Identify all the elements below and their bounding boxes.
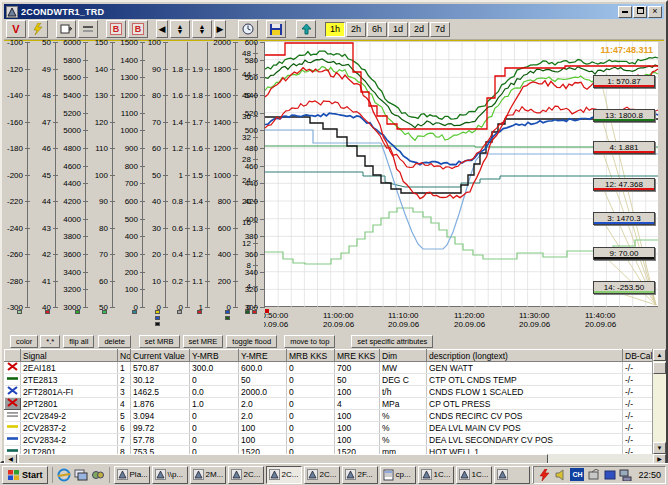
minimize-button[interactable] [618,6,632,18]
ie-icon[interactable] [57,468,71,482]
table-cell[interactable]: 0.0 [190,386,239,398]
table-cell[interactable]: DEA LVL MAIN CV POS [427,422,623,434]
signal-table[interactable]: SignalNoCurrent ValueY-MRBY-MREMRB KKSMR… [4,349,652,454]
table-cell[interactable]: 100 [335,386,380,398]
action-button-toggle-flood[interactable]: toggle flood [226,335,277,348]
current-value-label[interactable]: 14: -253.50 [593,281,655,294]
action-button-move-to-top[interactable]: move to top [284,335,335,348]
table-cell[interactable]: 2.0 [239,398,287,410]
lightning-icon[interactable] [538,468,551,481]
maximize-button[interactable] [633,6,647,18]
table-cell[interactable]: -/- [623,434,653,446]
table-cell[interactable]: MPa [380,398,427,410]
current-value-label[interactable]: 4: 1.881 [593,141,655,154]
table-cell[interactable]: % [380,434,427,446]
current-value-label[interactable]: 1: 570.87 [593,75,655,88]
taskbar-task-button[interactable]: Pla... [114,466,150,484]
table-cell[interactable]: 300.0 [190,362,239,374]
titlebar[interactable]: 2CONDWTR1_TRD × [4,4,664,19]
table-row[interactable]: 2CV2834-2757.7801000100%DEA LVL SECONDAR… [5,434,653,446]
table-row[interactable]: 2EAI1811570.87300.0600.00700MWGEN WATT-/… [5,362,653,374]
table-cell[interactable]: -/- [623,398,653,410]
table-cell[interactable]: 0 [287,398,335,410]
table-cell[interactable]: MW [380,362,427,374]
table-cell[interactable]: 3 [118,386,131,398]
range-button-2h[interactable]: 2h [346,22,366,37]
table-cell[interactable]: CTP OTL CNDS TEMP [427,374,623,386]
language-ch-badge[interactable]: CH [570,468,584,481]
table-header-Y-MRE[interactable]: Y-MRE [239,350,287,362]
scroll-left-icon[interactable]: ◀ [156,20,168,38]
current-value-label[interactable]: 9: 70.00 [593,247,655,260]
table-cell[interactable]: -/- [623,422,653,434]
table-cell[interactable]: 2CV2834-2 [21,434,118,446]
table-cell[interactable]: 0 [190,422,239,434]
taskbar-task-button[interactable]: 2F... [342,466,378,484]
table-header-description (longtext)[interactable]: description (longtext) [427,350,623,362]
table-cell[interactable]: -/- [623,362,653,374]
table-cell[interactable]: 7 [118,434,131,446]
vscroll-thumb[interactable] [653,362,666,374]
table-cell[interactable]: 700 [335,362,380,374]
signal-style-icon[interactable] [5,422,21,434]
table-cell[interactable]: 2FT2801A-FI [21,386,118,398]
range-button-2d[interactable]: 2d [409,22,429,37]
table-cell[interactable]: 0 [190,434,239,446]
table-cell[interactable]: 2EAI181 [21,362,118,374]
taskbar-task-button[interactable]: \\p... [152,466,188,484]
table-cell[interactable]: 2CV2837-2 [21,422,118,434]
table-vertical-scrollbar[interactable]: ▲ ▼ [652,349,666,454]
table-cell[interactable]: -/- [623,374,653,386]
range-button-6h[interactable]: 6h [367,22,387,37]
action-button-set-MRB[interactable]: set MRB [139,335,180,348]
table-cell[interactable]: 30.12 [131,374,190,386]
table-row[interactable]: 2PT280141.8761.02.004MPaCP OTL PRESS-/- [5,398,653,410]
table-cell[interactable]: 2 [118,374,131,386]
action-button-set-specific-attributes[interactable]: set specific attributes [351,335,433,348]
taskbar-task-button[interactable]: 2C... [266,466,302,484]
table-cell[interactable]: 0 [287,422,335,434]
table-cell[interactable]: CP OTL PRESS [427,398,623,410]
show-desktop-icon[interactable] [74,468,88,482]
action-button--[interactable]: *.* [40,335,60,348]
action-button-color[interactable]: color [10,335,38,348]
table-cell[interactable]: 1 [118,362,131,374]
channels-icon[interactable] [91,468,105,482]
signal-style-icon[interactable] [5,410,21,422]
table-cell[interactable]: 0 [287,410,335,422]
table-cell[interactable]: 100 [335,434,380,446]
table-cell[interactable]: 4 [118,398,131,410]
scroll-down-icon[interactable]: ▼ [653,442,666,454]
table-cell[interactable]: 4 [335,398,380,410]
signal-style-icon[interactable] [5,434,21,446]
table-cell[interactable]: 3.094 [131,410,190,422]
network-pc-icon[interactable] [619,468,632,481]
table-cell[interactable]: 0 [287,374,335,386]
action-button-delete[interactable]: delete [98,335,130,348]
current-value-label[interactable]: 12: 47.368 [593,178,655,191]
table-cell[interactable]: CNDS FLOW 1 SCALED [427,386,623,398]
table-cell[interactable]: -/- [623,410,653,422]
table-header-DB-CalcF[interactable]: DB-CalcF [623,350,653,362]
table-cell[interactable]: 100 [335,410,380,422]
table-cell[interactable]: 50 [335,374,380,386]
bell-b2-icon[interactable]: B [128,20,148,38]
table-cell[interactable]: CNDS RECIRC CV POS [427,410,623,422]
table-cell[interactable]: 6 [118,422,131,434]
taskbar-task-button[interactable]: 1C... [456,466,492,484]
edit-lightning-icon[interactable] [28,20,48,38]
action-button-set-MRE[interactable]: set MRE [183,335,224,348]
table-cell[interactable]: 0 [287,386,335,398]
table-cell[interactable]: 5 [118,410,131,422]
table-cell[interactable]: % [380,410,427,422]
table-header-No[interactable]: No [118,350,131,362]
taskbar-task-button[interactable]: 1C... [418,466,454,484]
taskbar-task-button[interactable]: cp... [380,466,416,484]
spinner-updown-icon-2[interactable]: ▲▼ [192,20,212,38]
table-cell[interactable]: DEA LVL SECONDARY CV POS [427,434,623,446]
table-header-Dim[interactable]: Dim [380,350,427,362]
table-row[interactable]: 2FT2801A-FI31462.50.02000.00100t/hCNDS F… [5,386,653,398]
page-flip-icon[interactable] [56,20,76,38]
speaker-icon[interactable] [554,468,567,481]
signal-style-icon[interactable] [5,398,21,410]
